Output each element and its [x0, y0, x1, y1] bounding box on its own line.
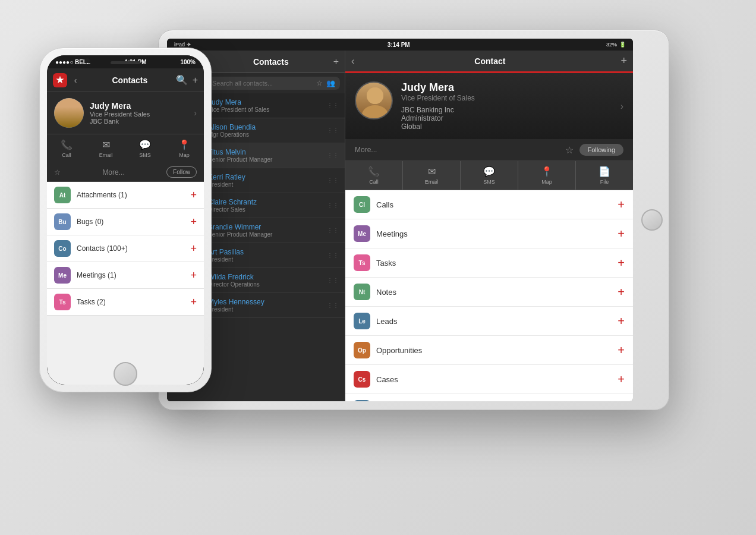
related-item-meetings[interactable]: Me Meetings +	[345, 219, 633, 248]
ipad-profile-chevron-icon[interactable]: ›	[620, 101, 623, 112]
ipad-detail-add-button[interactable]: +	[620, 55, 627, 67]
ipad-back-button[interactable]: ‹	[351, 56, 354, 67]
tab-map-label: Map	[541, 179, 552, 185]
contact-list-item[interactable]: ☆ Myles Hennessey President ⋮⋮	[191, 293, 345, 318]
list-item[interactable]: Ts Tasks (2) +	[47, 289, 204, 316]
notes-add-button[interactable]: +	[618, 285, 625, 299]
list-item[interactable]: Co Contacts (100+) +	[47, 235, 204, 262]
opportunities-add-button[interactable]: +	[618, 344, 625, 357]
cases-add-button[interactable]: +	[618, 373, 625, 386]
ipad-home-button[interactable]	[641, 209, 663, 231]
ipad-more-actions: ☆ Following	[565, 144, 623, 156]
iphone-screen: ●●●●○ BELL 4:21 PM 100% ‹ Contacts 🔍 +	[47, 55, 204, 385]
meetings-add-button[interactable]: +	[618, 227, 625, 241]
tab-map[interactable]: 📍 Map	[518, 161, 576, 190]
featured-contact-name: Judy Mera	[208, 98, 327, 106]
related-item-direct-reports[interactable]: Co Direct Reports +	[345, 394, 633, 401]
tab-file[interactable]: 📄 File	[576, 161, 633, 190]
bugs-label: Bugs (0)	[77, 218, 190, 226]
ipad-battery-icon: 🔋	[619, 42, 626, 48]
related-item-notes[interactable]: Nt Notes +	[345, 278, 633, 307]
featured-drag-icon: ⋮⋮	[327, 102, 339, 109]
iphone-back-button[interactable]: ‹	[70, 74, 81, 86]
ci-drag-icon: ⋮⋮	[327, 177, 339, 184]
tasks-icon: Ts	[354, 254, 370, 271]
tab-sms[interactable]: 💬 SMS	[461, 161, 518, 190]
meetings-add-button[interactable]: +	[190, 269, 197, 282]
ipad-profile-name: Judy Mera	[401, 81, 620, 94]
calls-add-button[interactable]: +	[618, 198, 625, 212]
related-item-tasks[interactable]: Ts Tasks +	[345, 248, 633, 278]
attachments-label: Attachments (1)	[77, 191, 190, 199]
leads-add-button[interactable]: +	[618, 314, 625, 328]
tasks-add-button[interactable]: +	[190, 296, 197, 309]
iphone-home-button[interactable]	[114, 362, 137, 386]
ci-name: Myles Hennessey	[208, 298, 327, 306]
tab-email-label: Email	[425, 179, 439, 185]
tasks-add-button[interactable]: +	[618, 256, 625, 270]
list-item[interactable]: Bu Bugs (0) +	[47, 209, 204, 235]
iphone-add-button[interactable]: +	[193, 75, 198, 86]
ipad-search: 🔍 ☆ 👥	[191, 73, 345, 93]
ipad-profile-avatar	[355, 81, 393, 119]
iphone-map-button[interactable]: 📍 Map	[165, 139, 204, 158]
iphone-follow-button[interactable]: Follow	[166, 166, 197, 178]
related-item-calls[interactable]: Cl Calls +	[345, 190, 633, 219]
tab-call-icon: 📞	[368, 166, 380, 177]
tab-sms-label: SMS	[483, 179, 495, 185]
ipad-following-button[interactable]: Following	[579, 144, 623, 156]
bugs-add-button[interactable]: +	[190, 216, 197, 228]
iphone-chevron-icon[interactable]: ›	[194, 108, 197, 118]
ipad-profile: Judy Mera Vice President of Sales JBC Ba…	[345, 73, 633, 139]
related-item-opportunities[interactable]: Op Opportunities +	[345, 336, 633, 365]
iphone-device: ●●●●○ BELL 4:21 PM 100% ‹ Contacts 🔍 +	[39, 48, 212, 392]
iphone-sms-button[interactable]: 💬 SMS	[125, 139, 165, 158]
tab-email[interactable]: ✉ Email	[403, 161, 461, 190]
ipad-contacts-add-button[interactable]: +	[333, 56, 339, 67]
ipad-star-button[interactable]: ☆	[565, 144, 574, 156]
ci-name: Wilda Fredrick	[208, 273, 327, 281]
favorites-icon[interactable]: ☆	[316, 79, 323, 87]
ci-role: Senior Product Manager	[208, 231, 327, 238]
tab-map-icon: 📍	[541, 166, 553, 177]
tab-call[interactable]: 📞 Call	[345, 161, 403, 190]
direct-reports-icon: Co	[354, 400, 370, 401]
ci-info: Alison Buendia Mgr Operations	[208, 123, 327, 138]
ipad-more-text: More...	[355, 146, 377, 154]
contact-list-item[interactable]: ☆ Wilda Fredrick Director Operations ⋮⋮	[191, 268, 345, 293]
ipad-search-inner: 🔍 ☆ 👥	[196, 77, 340, 90]
iphone-star-icon[interactable]: ☆	[54, 168, 61, 177]
contact-list-item[interactable]: ☆ Titus Melvin Senior Product Manager ⋮⋮	[191, 143, 345, 168]
contact-list-item[interactable]: ☆ Brandie Wimmer Senior Product Manager …	[191, 218, 345, 243]
ci-role: President	[208, 306, 327, 313]
ipad-featured-contact[interactable]: ☆ Judy Mera Vice President of Sales ⋮⋮	[191, 93, 345, 118]
iphone-nav-title: Contacts	[84, 75, 176, 85]
attachments-add-button[interactable]: +	[190, 189, 197, 202]
list-item[interactable]: At Attachments (1) +	[47, 182, 204, 209]
related-item-leads[interactable]: Le Leads +	[345, 307, 633, 336]
ipad-battery: 32%	[606, 42, 617, 48]
ipad-profile-role: Vice President of Sales	[401, 94, 620, 102]
scene: ●●●●○ BELL 4:21 PM 100% ‹ Contacts 🔍 +	[21, 12, 735, 523]
ipad-content: 🏠 🕐 👤 ⚙ ℹ 👤 Contacts +	[167, 51, 633, 401]
contact-list-item[interactable]: ☆ Claire Schrantz Director Sales ⋮⋮	[191, 193, 345, 218]
contact-list-item[interactable]: ☆ Kerri Ratley President ⋮⋮	[191, 168, 345, 193]
ci-drag-icon: ⋮⋮	[327, 227, 339, 234]
list-item[interactable]: Me Meetings (1) +	[47, 262, 204, 289]
contacts-add-button[interactable]: +	[190, 243, 197, 255]
ci-drag-icon: ⋮⋮	[327, 152, 339, 159]
iphone-search-icon[interactable]: 🔍	[176, 74, 188, 86]
sms-icon: 💬	[139, 139, 151, 150]
related-item-cases[interactable]: Cs Cases +	[345, 365, 633, 394]
iphone-call-button[interactable]: 📞 Call	[47, 139, 86, 158]
iphone-avatar-image	[54, 98, 84, 128]
ci-info: Art Pasillas President	[208, 248, 327, 263]
contact-list-item[interactable]: ☆ Art Pasillas President ⋮⋮	[191, 243, 345, 268]
ipad-action-tabs: 📞 Call ✉ Email 💬 SMS 📍	[345, 161, 633, 190]
group-icon[interactable]: 👥	[326, 79, 335, 87]
contact-list-item[interactable]: ☆ Alison Buendia Mgr Operations ⋮⋮	[191, 118, 345, 143]
iphone-email-button[interactable]: ✉ Email	[86, 139, 125, 158]
email-label: Email	[99, 152, 113, 158]
search-input[interactable]	[212, 80, 313, 87]
ci-drag-icon: ⋮⋮	[327, 252, 339, 259]
